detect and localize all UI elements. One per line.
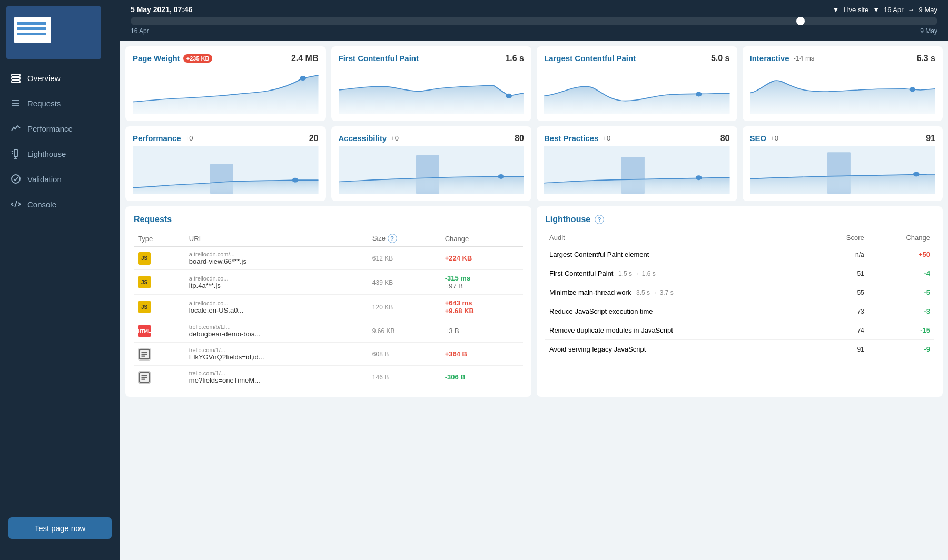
dropdown-arrow-site: ▼ (833, 6, 840, 14)
card-lcp-value: 5.0 s (711, 54, 730, 63)
card-fcp: First Contentful Paint 1.6 s (331, 46, 532, 121)
row-type (134, 343, 185, 366)
card-page-weight-title: Page Weight (133, 54, 180, 63)
svg-point-28 (913, 172, 919, 176)
requests-table-header: Type URL Size ? Change (134, 231, 523, 247)
chart-fcp (339, 66, 525, 114)
chart-lcp (544, 66, 730, 114)
layers-icon (11, 73, 21, 83)
row-change: -306 B (441, 366, 523, 389)
card-best-practices-change: +0 (603, 134, 610, 142)
card-performance-title: Performance (133, 134, 181, 143)
lh-col-audit: Audit (545, 231, 815, 245)
lighthouse-panel-title: Lighthouse ? (545, 215, 934, 224)
lh-change: -9 (868, 340, 934, 359)
card-accessibility-title: Accessibility (339, 134, 387, 143)
col-url: URL (185, 231, 368, 247)
timeline-controls: ▼ Live site ▼ 16 Apr → 9 May (833, 6, 937, 14)
sidebar-item-overview[interactable]: Overview (0, 65, 120, 91)
card-fcp-title: First Contentful Paint (339, 54, 419, 63)
table-row: Avoid serving legacy JavaScript 91 -9 (545, 340, 934, 359)
lh-audit-name: Remove duplicate modules in JavaScript (545, 321, 815, 340)
lh-col-change: Change (868, 231, 934, 245)
chart-accessibility (339, 146, 525, 194)
activity-icon (11, 123, 21, 134)
row-type (134, 366, 185, 389)
card-accessibility-value: 80 (515, 134, 524, 143)
lighthouse-table: Audit Score Change Largest Contentful Pa… (545, 231, 934, 358)
card-page-weight: Page Weight +235 KB 2.4 MB (125, 46, 326, 121)
chart-performance (133, 146, 319, 194)
sidebar-item-performance[interactable]: Performance (0, 116, 120, 141)
chart-best-practices (544, 146, 730, 194)
timeline-handle[interactable] (796, 17, 805, 25)
js-badge: JS (138, 252, 151, 265)
requests-table: Type URL Size ? Change JS a.trellocdn.co… (134, 231, 523, 388)
sidebar-item-console[interactable]: Console (0, 192, 120, 217)
row-url: a.trellocdn.co... locale.en-US.a0... (185, 295, 368, 319)
doc-badge (138, 348, 151, 361)
sidebar-item-lighthouse[interactable]: Lighthouse (0, 141, 120, 166)
row-size: 9.66 KB (368, 319, 441, 343)
url-file: me?fields=oneTimeM... (189, 376, 364, 384)
timeline-label-end: 9 May (920, 27, 937, 35)
card-page-weight-value: 2.4 MB (291, 54, 319, 63)
lighthouse-help-icon[interactable]: ? (595, 215, 604, 224)
row-url: trello.com/1/... ElkYGVnQ?fields=id,id..… (185, 343, 368, 366)
doc-badge (138, 371, 151, 384)
lh-change: -15 (868, 321, 934, 340)
row-type: JS (134, 247, 185, 270)
lighthouse-icon (11, 148, 21, 159)
row-url: a.trellocdn.com/... board-view.66***.js (185, 247, 368, 270)
row-change: +3 B (441, 319, 523, 343)
svg-line-9 (12, 151, 13, 152)
url-file: ElkYGVnQ?fields=id,id... (189, 353, 364, 361)
svg-point-14 (506, 94, 512, 98)
table-row: trello.com/1/... me?fields=oneTimeM... 1… (134, 366, 523, 389)
table-row: Minimize main-thread work 3.5 s → 3.7 s … (545, 283, 934, 302)
lh-audit-name: Minimize main-thread work 3.5 s → 3.7 s (545, 283, 815, 302)
row-change: +364 B (441, 343, 523, 366)
range-start: 16 Apr (884, 6, 904, 14)
sidebar-item-performance-label: Performance (27, 124, 73, 133)
lh-col-score: Score (815, 231, 868, 245)
requests-panel-title: Requests (134, 215, 523, 224)
live-site-label[interactable]: Live site (843, 6, 868, 14)
card-interactive-title: Interactive (750, 54, 789, 63)
timeline-track[interactable] (131, 17, 937, 25)
lh-score: 55 (815, 283, 868, 302)
url-domain: trello.com/1/... (189, 347, 364, 353)
col-type: Type (134, 231, 185, 247)
card-seo-change: +0 (771, 134, 778, 142)
sidebar: Overview Requests Performance Li (0, 0, 120, 560)
size-help-icon[interactable]: ? (388, 234, 397, 243)
test-page-button[interactable]: Test page now (8, 517, 112, 539)
svg-point-16 (909, 87, 915, 92)
js-badge: JS (138, 301, 151, 313)
row-size: 439 KB (368, 270, 441, 295)
chart-interactive (750, 66, 936, 114)
row-change: +224 KB (441, 247, 523, 270)
table-row: First Contentful Paint 1.5 s → 1.6 s 51 … (545, 264, 934, 283)
sidebar-item-validation[interactable]: Validation (0, 166, 120, 192)
table-row: HTML trello.com/b/El... debugbear-demo-b… (134, 319, 523, 343)
url-domain: trello.com/1/... (189, 370, 364, 376)
chart-seo (750, 146, 936, 194)
card-best-practices: Best Practices +0 80 (537, 126, 737, 201)
lighthouse-table-header: Audit Score Change (545, 231, 934, 245)
row-change: -315 ms +97 B (441, 270, 523, 295)
card-accessibility-change: +0 (391, 134, 399, 142)
url-file: locale.en-US.a0... (189, 306, 364, 314)
lh-change: -4 (868, 264, 934, 283)
card-interactive: Interactive -14 ms 6.3 s (743, 46, 943, 121)
table-row: trello.com/1/... ElkYGVnQ?fields=id,id..… (134, 343, 523, 366)
range-arrow: → (908, 6, 915, 14)
card-seo-value: 91 (926, 134, 935, 143)
sidebar-item-requests[interactable]: Requests (0, 91, 120, 116)
row-size: 612 KB (368, 247, 441, 270)
card-interactive-value: 6.3 s (916, 54, 935, 63)
list-icon (11, 98, 21, 108)
svg-rect-1 (12, 77, 20, 79)
sidebar-item-console-label: Console (27, 200, 56, 209)
chart-page-weight (133, 66, 319, 114)
